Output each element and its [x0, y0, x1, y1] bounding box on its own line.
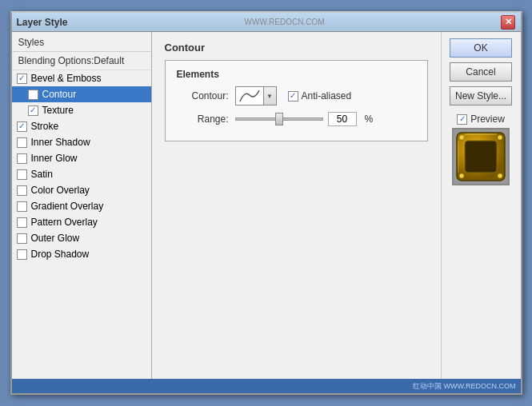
texture-checkbox[interactable] — [28, 105, 38, 116]
anti-aliased-label: Anti-aliased — [302, 90, 352, 102]
sidebar-item-inner-glow[interactable]: Inner Glow — [12, 150, 151, 166]
pattern-overlay-checkbox[interactable] — [17, 217, 27, 228]
layer-style-dialog: Layer Style WWW.REDOCN.COM ✕ Styles Blen… — [10, 11, 522, 395]
range-control: % — [235, 112, 374, 126]
outer-glow-label: Outer Glow — [31, 233, 80, 244]
styles-header: Styles — [12, 32, 151, 52]
sidebar-item-gradient-overlay[interactable]: Gradient Overlay — [12, 198, 151, 214]
sidebar-item-outer-glow[interactable]: Outer Glow — [12, 230, 151, 246]
sidebar-item-pattern-overlay[interactable]: Pattern Overlay — [12, 214, 151, 230]
right-panel: OK Cancel New Style... Preview — [441, 32, 521, 379]
preview-image — [452, 128, 510, 185]
inner-shadow-label: Inner Shadow — [31, 137, 90, 148]
sub-section-title: Elements — [177, 69, 416, 80]
range-value-input[interactable] — [328, 112, 357, 126]
title-bar: Layer Style WWW.REDOCN.COM ✕ — [12, 13, 521, 32]
stroke-label: Stroke — [31, 121, 59, 132]
svg-point-4 — [459, 135, 464, 140]
texture-label: Texture — [42, 105, 74, 116]
preview-section: Preview — [448, 113, 514, 185]
elements-section: Elements Contour: — [165, 60, 428, 141]
bevel-label: Bevel & Emboss — [31, 73, 102, 84]
svg-rect-3 — [465, 141, 497, 173]
sidebar-item-satin[interactable]: Satin — [12, 166, 151, 182]
sidebar-item-color-overlay[interactable]: Color Overlay — [12, 182, 151, 198]
color-overlay-checkbox[interactable] — [17, 185, 27, 196]
contour-form-label: Contour: — [177, 90, 229, 102]
left-panel: Styles Blending Options:Default Bevel & … — [12, 32, 152, 379]
inner-glow-label: Inner Glow — [31, 153, 78, 164]
sidebar-item-inner-shadow[interactable]: Inner Shadow — [12, 134, 151, 150]
range-row: Range: % — [177, 112, 416, 126]
anti-aliased-control: Anti-aliased — [288, 90, 352, 102]
svg-point-6 — [459, 173, 464, 178]
preview-checkbox[interactable] — [457, 114, 467, 125]
close-button[interactable]: ✕ — [501, 15, 515, 30]
anti-aliased-checkbox[interactable] — [288, 91, 298, 102]
watermark-text: 红动中国 WWW.REDOCN.COM — [413, 381, 516, 392]
range-slider[interactable] — [235, 117, 323, 121]
range-form-label: Range: — [177, 113, 229, 125]
contour-curve-svg — [238, 89, 261, 103]
svg-point-5 — [498, 135, 502, 140]
percent-label: % — [365, 113, 374, 125]
gradient-overlay-checkbox[interactable] — [17, 201, 27, 212]
inner-glow-checkbox[interactable] — [17, 153, 27, 164]
contour-preview[interactable] — [235, 86, 264, 105]
sidebar-item-contour[interactable]: Contour — [12, 86, 151, 102]
section-title: Contour — [165, 42, 428, 54]
svg-point-7 — [498, 173, 502, 178]
preview-svg — [454, 129, 508, 184]
sidebar-item-drop-shadow[interactable]: Drop Shadow — [12, 246, 151, 262]
preview-checkbox-row: Preview — [457, 113, 505, 125]
ok-button[interactable]: OK — [450, 38, 512, 58]
bevel-checkbox[interactable] — [17, 74, 27, 84]
contour-checkbox[interactable] — [28, 90, 38, 100]
satin-checkbox[interactable] — [17, 169, 27, 180]
pattern-overlay-label: Pattern Overlay — [31, 217, 98, 228]
inner-shadow-checkbox[interactable] — [17, 137, 27, 148]
cancel-button[interactable]: Cancel — [450, 62, 512, 82]
contour-dropdown-arrow[interactable]: ▼ — [264, 86, 277, 105]
main-panel: Contour Elements Contour: — [152, 32, 441, 379]
stroke-checkbox[interactable] — [17, 121, 27, 132]
sidebar-item-bevel[interactable]: Bevel & Emboss — [12, 70, 151, 86]
outer-glow-checkbox[interactable] — [17, 233, 27, 244]
contour-row: Contour: — [177, 86, 416, 105]
drop-shadow-label: Drop Shadow — [31, 249, 90, 260]
new-style-button[interactable]: New Style... — [450, 86, 512, 105]
color-overlay-label: Color Overlay — [31, 185, 90, 196]
sidebar-item-stroke[interactable]: Stroke — [12, 118, 151, 134]
preview-label: Preview — [470, 113, 505, 125]
contour-label: Contour — [42, 89, 77, 100]
sidebar-item-texture[interactable]: Texture — [12, 102, 151, 118]
contour-control: ▼ Anti-aliased — [235, 86, 352, 105]
dialog-title: Layer Style — [17, 17, 68, 28]
title-watermark: WWW.REDOCN.COM — [245, 18, 325, 26]
blending-options[interactable]: Blending Options:Default — [12, 52, 151, 70]
watermark-bar: 红动中国 WWW.REDOCN.COM — [12, 379, 521, 393]
satin-label: Satin — [31, 169, 53, 180]
dialog-body: Styles Blending Options:Default Bevel & … — [12, 32, 521, 379]
gradient-overlay-label: Gradient Overlay — [31, 201, 104, 212]
drop-shadow-checkbox[interactable] — [17, 249, 27, 260]
